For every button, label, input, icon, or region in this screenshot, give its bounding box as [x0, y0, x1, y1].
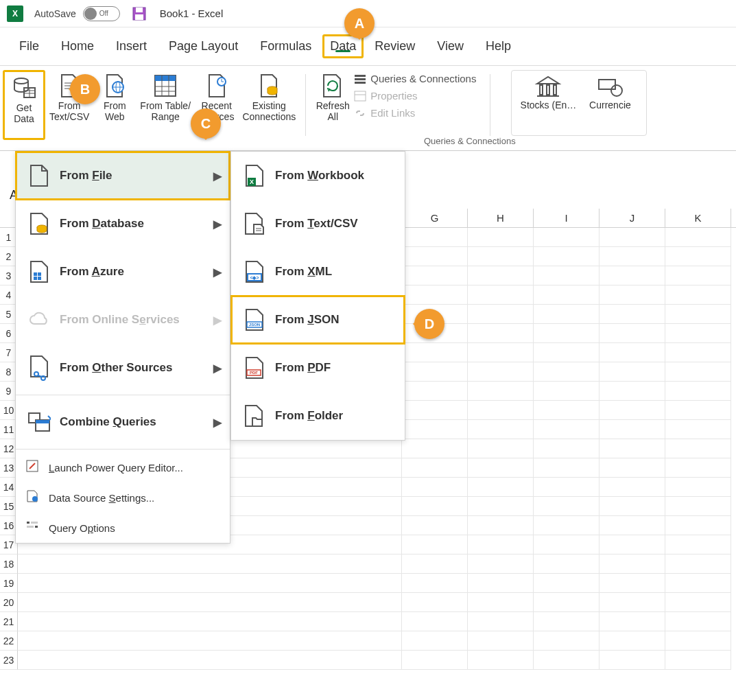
row-header[interactable]: 18 — [0, 555, 18, 574]
cell[interactable] — [600, 343, 665, 362]
menu-combine-queries[interactable]: Combine Queries ▶ — [16, 398, 230, 446]
col-header[interactable]: I — [534, 209, 600, 227]
cell[interactable] — [600, 266, 665, 285]
row-header[interactable]: 20 — [0, 593, 18, 612]
cell[interactable] — [600, 228, 665, 247]
currencies-button[interactable]: Currencie — [579, 75, 641, 110]
cell[interactable] — [18, 631, 402, 651]
cell[interactable] — [665, 343, 731, 362]
cell[interactable] — [402, 401, 468, 420]
cell[interactable] — [468, 612, 534, 631]
cell[interactable] — [402, 535, 468, 555]
cell[interactable] — [402, 266, 468, 285]
cell[interactable] — [402, 285, 468, 305]
tab-home[interactable]: Home — [50, 32, 105, 60]
cell[interactable] — [402, 555, 468, 574]
cell[interactable] — [402, 247, 468, 266]
cell[interactable] — [18, 555, 402, 574]
cell[interactable] — [600, 305, 665, 324]
cell[interactable] — [600, 324, 665, 343]
cell[interactable] — [665, 593, 731, 612]
cell[interactable] — [402, 478, 468, 497]
cell[interactable] — [18, 612, 402, 631]
cell[interactable] — [665, 478, 731, 497]
cell[interactable] — [468, 497, 534, 516]
cell[interactable] — [665, 497, 731, 516]
tab-formulas[interactable]: Formulas — [249, 32, 322, 60]
cell[interactable] — [468, 651, 534, 670]
queries-connections-button[interactable]: Queries & Connections — [354, 73, 476, 84]
cell[interactable] — [534, 305, 600, 324]
cell[interactable] — [665, 612, 731, 631]
cell[interactable] — [468, 305, 534, 324]
cell[interactable] — [665, 574, 731, 593]
cell[interactable] — [402, 420, 468, 439]
row-header[interactable]: 22 — [0, 631, 18, 651]
cell[interactable] — [534, 362, 600, 382]
cell[interactable] — [468, 458, 534, 478]
cell[interactable] — [665, 305, 731, 324]
cell[interactable] — [600, 497, 665, 516]
tab-file[interactable]: File — [8, 32, 50, 60]
menu-launch-power-query[interactable]: Launch Power Query Editor... — [16, 452, 230, 482]
from-table-range-button[interactable]: From Table/ Range — [136, 70, 195, 140]
menu-data-source-settings[interactable]: Data Source Settings... — [16, 482, 230, 513]
menu-query-options[interactable]: Query Options — [16, 513, 230, 543]
existing-connections-button[interactable]: Existing Connections — [238, 70, 300, 140]
cell[interactable] — [600, 516, 665, 535]
cell[interactable] — [534, 535, 600, 555]
cell[interactable] — [402, 362, 468, 382]
cell[interactable] — [18, 574, 402, 593]
cell[interactable] — [600, 593, 665, 612]
cell[interactable] — [600, 362, 665, 382]
cell[interactable] — [468, 401, 534, 420]
cell[interactable] — [665, 535, 731, 555]
cell[interactable] — [600, 382, 665, 401]
cell[interactable] — [18, 651, 402, 670]
submenu-from-xml[interactable]: <◆> From XML — [231, 248, 405, 296]
cell[interactable] — [534, 516, 600, 535]
cell[interactable] — [468, 535, 534, 555]
cell[interactable] — [468, 439, 534, 458]
cell[interactable] — [534, 631, 600, 651]
menu-from-database[interactable]: From Database ▶ — [16, 200, 230, 248]
cell[interactable] — [534, 651, 600, 670]
cell[interactable] — [600, 458, 665, 478]
cell[interactable] — [600, 535, 665, 555]
cell[interactable] — [402, 651, 468, 670]
cell[interactable] — [665, 382, 731, 401]
col-header[interactable]: K — [665, 209, 731, 227]
cell[interactable] — [534, 324, 600, 343]
cell[interactable] — [534, 228, 600, 247]
cell[interactable] — [665, 651, 731, 670]
cell[interactable] — [600, 612, 665, 631]
cell[interactable] — [468, 420, 534, 439]
submenu-from-workbook[interactable]: X From Workbook — [231, 152, 405, 200]
cell[interactable] — [665, 631, 731, 651]
cell[interactable] — [468, 382, 534, 401]
cell[interactable] — [665, 439, 731, 458]
cell[interactable] — [18, 593, 402, 612]
cell[interactable] — [402, 228, 468, 247]
tab-insert[interactable]: Insert — [105, 32, 158, 60]
menu-from-file[interactable]: From File ▶ — [16, 152, 230, 200]
submenu-from-pdf[interactable]: PDF From PDF — [231, 344, 405, 392]
cell[interactable] — [665, 285, 731, 305]
tab-help[interactable]: Help — [475, 32, 522, 60]
cell[interactable] — [402, 439, 468, 458]
cell[interactable] — [402, 593, 468, 612]
autosave-toggle[interactable]: Off — [83, 6, 120, 21]
tab-page-layout[interactable]: Page Layout — [158, 32, 249, 60]
cell[interactable] — [534, 285, 600, 305]
cell[interactable] — [468, 324, 534, 343]
cell[interactable] — [600, 555, 665, 574]
cell[interactable] — [468, 631, 534, 651]
cell[interactable] — [534, 266, 600, 285]
cell[interactable] — [600, 651, 665, 670]
cell[interactable] — [600, 420, 665, 439]
cell[interactable] — [468, 266, 534, 285]
cell[interactable] — [534, 420, 600, 439]
cell[interactable] — [402, 631, 468, 651]
cell[interactable] — [402, 458, 468, 478]
cell[interactable] — [468, 478, 534, 497]
